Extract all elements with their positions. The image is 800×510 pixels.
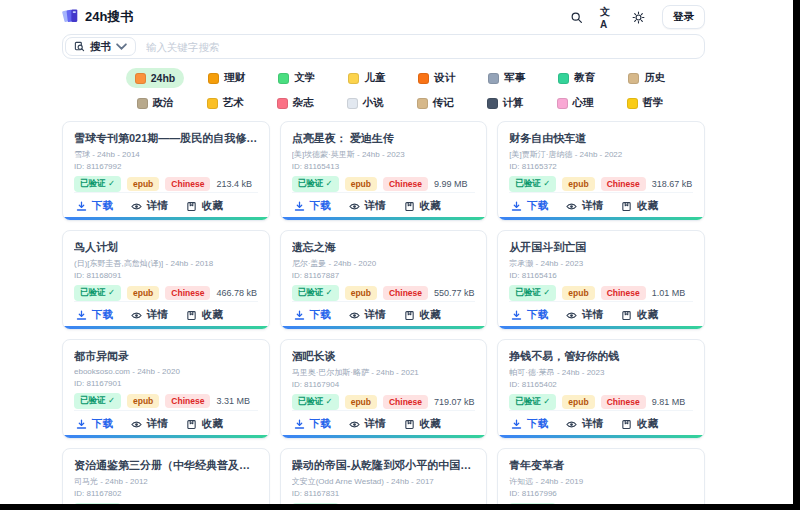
logo[interactable]: 24h搜书 [62,7,133,28]
download-icon [511,310,522,321]
favorite-button[interactable]: 收藏 [404,199,441,213]
eye-icon [566,201,577,212]
download-button[interactable]: 下载 [511,417,548,431]
theme-sun-icon[interactable] [631,10,645,24]
details-button[interactable]: 详情 [566,417,603,431]
category-finance[interactable]: 理财 [199,68,254,88]
badge-row: 已验证 ✓ epub Chinese 318.67 kB [509,176,693,192]
search-scope-button[interactable]: 搜书 [65,37,136,56]
category-magazine[interactable]: 杂志 [268,93,323,113]
card-gradient-strip [63,435,269,438]
search-scope-label: 搜书 [90,40,111,54]
download-icon [76,419,87,430]
bookmark-box-icon [186,419,197,430]
favorite-button[interactable]: 收藏 [186,417,223,431]
search-icon[interactable] [569,10,583,24]
category-politics[interactable]: 政治 [128,93,183,113]
favorite-button[interactable]: 收藏 [186,199,223,213]
download-icon [294,419,305,430]
category-design[interactable]: 设计 [409,68,464,88]
download-button[interactable]: 下载 [76,199,113,213]
category-computing[interactable]: 计算 [478,93,533,113]
crossed-swords-icon [488,73,499,84]
details-button[interactable]: 详情 [349,417,386,431]
details-button[interactable]: 详情 [131,308,168,322]
verified-badge: 已验证 ✓ [292,394,339,410]
favorite-button[interactable]: 收藏 [186,308,223,322]
book-card: 挣钱不易，管好你的钱 帕可·德·莱昂 - 24hb - 2023 ID: 811… [497,339,705,439]
chevron-down-icon [116,41,127,52]
book-title: 从开国斗到亡国 [509,240,693,255]
biography-scroll-icon [417,98,428,109]
book-author-line: (日)[东野圭吾,高詹灿(译)] - 24hb - 2018 [74,258,258,269]
card-actions: 下载 详情 收藏 [509,410,693,438]
download-button[interactable]: 下载 [294,308,331,322]
book-id: ID: 81167901 [74,379,258,388]
book-title: 都市异闻录 [74,349,258,364]
category-row-2: 政治 艺术 杂志 小说 传记 计算 心理 哲学 [0,93,800,113]
category-biography[interactable]: 传记 [408,93,463,113]
category-history[interactable]: 历史 [619,68,674,88]
download-button[interactable]: 下载 [511,199,548,213]
book-title: 挣钱不易，管好你的钱 [509,349,693,364]
file-size: 719.07 kB [434,397,475,407]
details-button[interactable]: 详情 [349,308,386,322]
format-badge: epub [345,395,377,409]
category-children[interactable]: 儿童 [339,68,394,88]
card-actions: 下载 详情 收藏 [509,192,693,220]
language-badge: Chinese [601,395,646,409]
category-novel[interactable]: 小说 [338,93,393,113]
bookmark-box-icon [186,310,197,321]
details-button[interactable]: 详情 [566,308,603,322]
book-id: ID: 81165402 [509,380,693,389]
header: 24h搜书 文A [62,0,705,30]
language-badge: Chinese [383,286,428,300]
category-literature[interactable]: 文学 [269,68,324,88]
book-title: 雪球专刊第021期——股民的自我修养2 [74,131,258,146]
philosophy-icon [627,98,638,109]
translate-icon[interactable]: 文A [600,10,614,24]
details-button[interactable]: 详情 [566,199,603,213]
category-education[interactable]: 教育 [549,68,604,88]
format-badge: epub [127,286,159,300]
book-card: 点亮星夜： 爱迪生传 [美]埃德蒙·莫里斯 - 24hb - 2023 ID: … [280,121,488,221]
favorite-button[interactable]: 收藏 [621,308,658,322]
site-title: 24h搜书 [85,8,133,26]
login-button[interactable]: 登录 [662,5,705,29]
card-actions: 下载 详情 收藏 [292,301,476,329]
category-psychology[interactable]: 心理 [548,93,603,113]
category-art[interactable]: 艺术 [198,93,253,113]
verified-badge: 已验证 ✓ [292,176,339,192]
search-input[interactable] [136,41,702,53]
laptop-icon [487,98,498,109]
details-button[interactable]: 详情 [131,199,168,213]
details-button[interactable]: 详情 [131,417,168,431]
file-size: 9.99 MB [434,179,468,189]
check-icon: ✓ [326,396,333,406]
check-icon: ✓ [108,287,115,297]
badge-row: 已验证 ✓ epub Chinese 9.81 MB [509,394,693,410]
file-size: 3.31 MB [216,396,250,406]
favorite-button[interactable]: 收藏 [621,199,658,213]
download-button[interactable]: 下载 [294,199,331,213]
download-button[interactable]: 下载 [76,417,113,431]
file-size: 550.77 kB [434,288,475,298]
eye-icon [131,310,142,321]
download-button[interactable]: 下载 [511,308,548,322]
favorite-button[interactable]: 收藏 [404,417,441,431]
card-actions: 下载 详情 收藏 [292,192,476,220]
eye-icon [349,201,360,212]
details-button[interactable]: 详情 [349,199,386,213]
category-military[interactable]: 军事 [479,68,534,88]
favorite-button[interactable]: 收藏 [404,308,441,322]
download-button[interactable]: 下载 [294,417,331,431]
category-philosophy[interactable]: 哲学 [618,93,673,113]
download-button[interactable]: 下载 [76,308,113,322]
card-gradient-strip [498,435,704,438]
favorite-button[interactable]: 收藏 [621,417,658,431]
badge-row: 已验证 ✓ epub Chinese 550.77 kB [292,285,476,301]
category-24hb[interactable]: 24hb [126,68,185,88]
book-title: 点亮星夜： 爱迪生传 [292,131,476,146]
magazine-icon [277,98,288,109]
badge-row: 已验证 ✓ epub Chinese 213.4 kB [74,176,258,192]
